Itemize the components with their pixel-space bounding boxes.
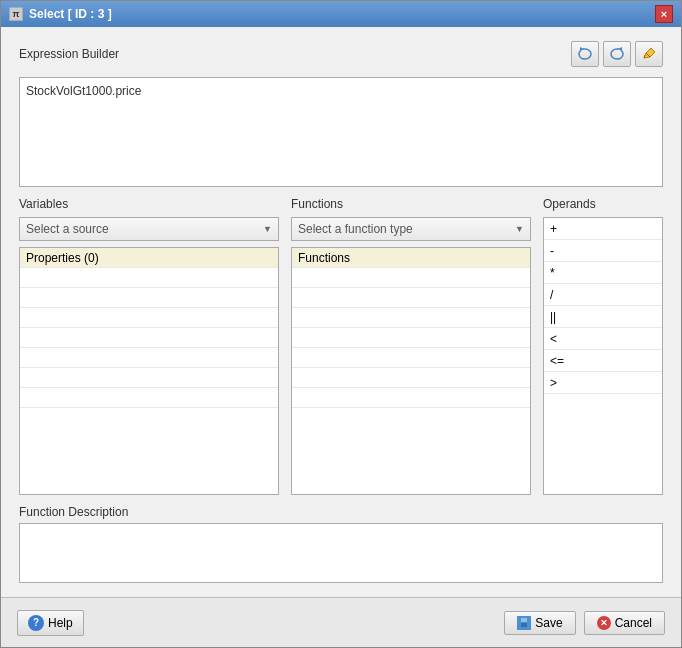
title-bar-left: π Select [ ID : 3 ] <box>9 7 112 21</box>
operands-list[interactable]: + - * / || < <box>543 217 663 495</box>
functions-dropdown-arrow: ▼ <box>515 224 524 234</box>
operand-item-multiply[interactable]: * <box>544 262 662 284</box>
expression-textarea[interactable] <box>19 77 663 187</box>
list-item <box>20 288 278 308</box>
svg-rect-3 <box>521 618 527 622</box>
operand-item-lte[interactable]: <= <box>544 350 662 372</box>
help-icon: ? <box>28 615 44 631</box>
variables-label: Variables <box>19 197 279 211</box>
close-button[interactable]: × <box>655 5 673 23</box>
operand-item-concat[interactable]: || <box>544 306 662 328</box>
undo-icon <box>577 46 593 62</box>
help-label: Help <box>48 616 73 630</box>
three-columns-section: Variables Select a source ▼ Properties (… <box>19 197 663 495</box>
title-bar: π Select [ ID : 3 ] × <box>1 1 681 27</box>
svg-rect-4 <box>521 623 527 627</box>
variables-list[interactable]: Properties (0) <box>19 247 279 495</box>
variables-column: Variables Select a source ▼ Properties (… <box>19 197 279 495</box>
window-icon: π <box>9 7 23 21</box>
variables-dropdown-text: Select a source <box>26 222 109 236</box>
operand-item-minus[interactable]: - <box>544 240 662 262</box>
list-item <box>20 308 278 328</box>
toolbar-buttons <box>571 41 663 67</box>
list-item <box>292 288 530 308</box>
function-description-section: Function Description <box>19 505 663 583</box>
function-description-label: Function Description <box>19 505 663 519</box>
edit-icon <box>641 46 657 62</box>
expression-builder-header: Expression Builder <box>19 41 663 67</box>
variables-dropdown-arrow: ▼ <box>263 224 272 234</box>
redo-button[interactable] <box>603 41 631 67</box>
functions-label: Functions <box>291 197 531 211</box>
list-item <box>292 328 530 348</box>
window-title: Select [ ID : 3 ] <box>29 7 112 21</box>
edit-button[interactable] <box>635 41 663 67</box>
functions-dropdown-text: Select a function type <box>298 222 413 236</box>
functions-dropdown[interactable]: Select a function type ▼ <box>291 217 531 241</box>
save-button[interactable]: Save <box>504 611 575 635</box>
operands-label: Operands <box>543 197 663 211</box>
operand-item-plus[interactable]: + <box>544 218 662 240</box>
functions-column: Functions Select a function type ▼ Funct… <box>291 197 531 495</box>
svg-marker-0 <box>580 47 584 51</box>
main-window: π Select [ ID : 3 ] × Expression Builder <box>0 0 682 648</box>
operand-item-divide[interactable]: / <box>544 284 662 306</box>
list-item <box>20 348 278 368</box>
main-content: Expression Builder <box>1 27 681 597</box>
list-item <box>292 368 530 388</box>
footer: ? Help Save ✕ Cancel <box>1 597 681 647</box>
cancel-button[interactable]: ✕ Cancel <box>584 611 665 635</box>
list-item[interactable]: Properties (0) <box>20 248 278 268</box>
operands-column: Operands + - * / || <box>543 197 663 495</box>
footer-right: Save ✕ Cancel <box>504 611 665 635</box>
list-item <box>292 348 530 368</box>
cancel-icon: ✕ <box>597 616 611 630</box>
redo-icon <box>609 46 625 62</box>
list-item <box>20 388 278 408</box>
list-item[interactable]: Functions <box>292 248 530 268</box>
operand-item-lt[interactable]: < <box>544 328 662 350</box>
variables-dropdown[interactable]: Select a source ▼ <box>19 217 279 241</box>
list-item <box>20 368 278 388</box>
undo-button[interactable] <box>571 41 599 67</box>
list-item <box>292 308 530 328</box>
list-item <box>20 268 278 288</box>
operand-item-gt[interactable]: > <box>544 372 662 394</box>
svg-marker-1 <box>618 47 622 51</box>
list-item <box>292 268 530 288</box>
list-item <box>292 388 530 408</box>
expression-builder-label: Expression Builder <box>19 47 119 61</box>
cancel-label: Cancel <box>615 616 652 630</box>
save-icon <box>517 616 531 630</box>
list-item <box>20 328 278 348</box>
function-description-box <box>19 523 663 583</box>
help-button[interactable]: ? Help <box>17 610 84 636</box>
functions-list[interactable]: Functions <box>291 247 531 495</box>
save-label: Save <box>535 616 562 630</box>
